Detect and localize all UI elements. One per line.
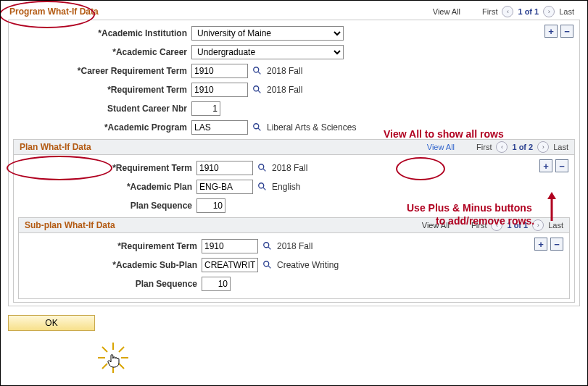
svg-point-2 — [254, 86, 259, 91]
acad-plan-label: *Academic Plan — [18, 182, 196, 192]
acad-plan-desc: English — [272, 182, 300, 192]
svg-line-20 — [102, 347, 107, 352]
plan-view-all[interactable]: View All — [427, 143, 455, 151]
subplan-last[interactable]: Last — [548, 221, 563, 230]
sub-req-term-label: *Requirement Term — [23, 241, 202, 251]
sub-plan-input[interactable] — [202, 258, 258, 272]
svg-line-22 — [119, 347, 124, 352]
sub-plan-lookup-icon[interactable] — [262, 260, 273, 270]
program-delete-row-button[interactable]: − — [560, 25, 573, 38]
acad-plan-lookup-icon[interactable] — [257, 182, 268, 192]
sub-req-term-input[interactable] — [202, 239, 258, 253]
plan-first[interactable]: First — [476, 143, 492, 151]
subplan-view-all[interactable]: View All — [422, 221, 450, 230]
req-term-input[interactable] — [191, 83, 248, 97]
program-nav: View All First ‹ 1 of 1 › Last — [433, 6, 574, 17]
career-req-term-desc: 2018 Fall — [267, 66, 302, 76]
institution-label: *Academic Institution — [13, 28, 191, 38]
ok-button[interactable]: OK — [8, 315, 95, 331]
acad-plan-input[interactable] — [196, 180, 253, 194]
program-add-row-button[interactable]: + — [544, 25, 558, 38]
program-last[interactable]: Last — [559, 7, 574, 16]
stu-nbr-label: Student Career Nbr — [13, 104, 191, 114]
acad-prog-label: *Academic Program — [13, 122, 191, 133]
subplan-title: Sub-plan What-If Data — [25, 220, 115, 230]
plan-req-term-input[interactable] — [196, 161, 253, 175]
svg-line-23 — [102, 364, 107, 369]
program-view-all[interactable]: View All — [433, 7, 460, 16]
plan-prev-icon[interactable]: ‹ — [496, 141, 508, 153]
program-counter: 1 of 1 — [518, 7, 539, 16]
subplan-body: + − *Requirement Term 2018 Fall *Academi… — [18, 233, 570, 299]
req-term-desc: 2018 Fall — [267, 85, 302, 95]
svg-line-1 — [258, 72, 261, 75]
svg-line-7 — [263, 169, 266, 172]
plan-seq-label: Plan Sequence — [18, 201, 196, 211]
acad-prog-lookup-icon[interactable] — [252, 122, 262, 133]
program-prev-icon[interactable]: ‹ — [502, 6, 513, 17]
subplan-add-row-button[interactable]: + — [534, 238, 547, 251]
plan-counter: 1 of 2 — [512, 143, 533, 151]
svg-point-4 — [254, 124, 259, 129]
plan-add-row-button[interactable]: + — [539, 159, 552, 172]
req-term-lookup-icon[interactable] — [252, 85, 262, 95]
subplan-plusminus: + − — [534, 238, 563, 251]
program-header: Program What-If Data View All First ‹ 1 … — [8, 4, 580, 20]
program-next-icon[interactable]: › — [543, 6, 555, 17]
svg-point-6 — [259, 164, 264, 169]
svg-line-5 — [258, 128, 261, 131]
career-req-term-label: *Career Requirement Term — [13, 66, 191, 76]
sub-plan-desc: Creative Writing — [277, 260, 339, 270]
career-req-term-input[interactable] — [191, 64, 248, 78]
program-body: + − *Academic Institution University of … — [8, 20, 580, 306]
career-label: *Academic Career — [13, 47, 191, 57]
plan-seq-input[interactable] — [196, 198, 225, 213]
acad-prog-desc: Liberal Arts & Sciences — [267, 122, 356, 133]
svg-point-0 — [254, 67, 259, 72]
institution-select[interactable]: University of Maine — [191, 26, 344, 41]
plan-last[interactable]: Last — [553, 143, 568, 151]
plan-plusminus: + − — [539, 159, 568, 172]
sub-plan-label: *Academic Sub-Plan — [23, 260, 202, 270]
subplan-prev-icon[interactable]: ‹ — [491, 219, 502, 231]
subplan-counter: 1 of 1 — [507, 221, 528, 230]
career-req-term-lookup-icon[interactable] — [252, 66, 262, 76]
subplan-first[interactable]: First — [471, 221, 486, 230]
svg-point-10 — [264, 243, 269, 248]
svg-line-13 — [268, 266, 271, 269]
program-first[interactable]: First — [482, 7, 497, 16]
stu-nbr-input[interactable] — [191, 101, 220, 116]
svg-point-12 — [264, 261, 269, 267]
program-title: Program What-If Data — [9, 7, 99, 17]
sub-req-term-lookup-icon[interactable] — [262, 241, 273, 251]
svg-line-11 — [268, 247, 271, 250]
req-term-label: *Requirement Term — [13, 85, 191, 95]
subplan-nav: View All First ‹ 1 of 1 › Last — [422, 219, 563, 231]
plan-title: Plan What-If Data — [20, 142, 91, 152]
svg-line-21 — [119, 364, 124, 369]
plan-nav: View All First ‹ 1 of 2 › Last — [427, 141, 568, 153]
acad-prog-input[interactable] — [191, 120, 248, 135]
plan-req-term-label: *Requirement Term — [18, 163, 196, 173]
plan-next-icon[interactable]: › — [537, 141, 549, 153]
subplan-next-icon[interactable]: › — [532, 219, 544, 231]
sub-seq-input[interactable] — [202, 277, 231, 291]
program-plusminus: + − — [544, 25, 573, 38]
cursor-click-icon — [95, 340, 131, 376]
svg-line-3 — [258, 91, 261, 93]
subplan-header: Sub-plan What-If Data View All First ‹ 1… — [18, 217, 570, 233]
plan-req-term-lookup-icon[interactable] — [257, 163, 268, 173]
plan-req-term-desc: 2018 Fall — [272, 163, 307, 173]
sub-req-term-desc: 2018 Fall — [277, 241, 312, 251]
career-select[interactable]: Undergraduate — [191, 45, 344, 59]
plan-body: + − *Requirement Term 2018 Fall *Academi… — [13, 155, 575, 303]
subplan-delete-row-button[interactable]: − — [550, 238, 563, 251]
plan-header: Plan What-If Data View All First ‹ 1 of … — [13, 139, 575, 155]
plan-delete-row-button[interactable]: − — [555, 159, 568, 172]
svg-line-9 — [263, 188, 266, 190]
sub-seq-label: Plan Sequence — [23, 279, 202, 289]
svg-point-8 — [259, 183, 264, 188]
